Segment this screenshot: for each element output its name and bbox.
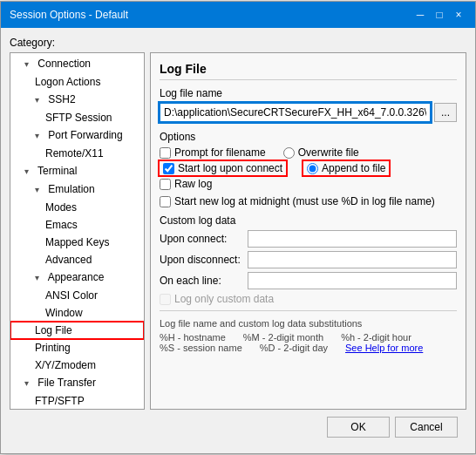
upon-connect-input[interactable] — [248, 230, 457, 248]
tree-item-logon-actions[interactable]: Logon Actions — [10, 73, 144, 91]
title-bar: Session Options - Default ─ □ × — [1, 2, 475, 28]
upon-connect-row: Upon connect: — [160, 230, 457, 248]
append-to-file-radio[interactable] — [307, 163, 318, 174]
sub1-hour: %h - 2-digit hour — [341, 332, 411, 343]
on-each-line-label: On each line: — [160, 275, 242, 287]
overwrite-file-radio[interactable] — [283, 147, 295, 159]
window-title: Session Options - Default — [10, 9, 128, 21]
prompt-for-filename-checkbox[interactable] — [160, 147, 171, 159]
midnight-checkbox[interactable] — [160, 196, 171, 207]
substitutions-section: Log file name and custom log data substi… — [160, 316, 457, 353]
maximize-button[interactable]: □ — [432, 7, 447, 23]
log-only-custom-checkbox[interactable] — [160, 294, 171, 305]
bottom-buttons: OK Cancel — [10, 410, 466, 445]
close-button[interactable]: × — [451, 7, 466, 23]
sub-row-1: %H - hostname %M - 2-digit month %h - 2-… — [160, 332, 457, 343]
midnight-label[interactable]: Start new log at midnight (must use %D i… — [160, 195, 457, 207]
tree-item-connection[interactable]: ▾ Connection — [10, 55, 144, 73]
tree-item-remote-x11[interactable]: Remote/X11 — [10, 145, 144, 162]
upon-connect-label: Upon connect: — [160, 233, 242, 245]
options-label: Options — [160, 131, 457, 143]
title-bar-controls: ─ □ × — [412, 7, 466, 23]
main-area: ▾ Connection Logon Actions ▾ SSH2 SFTP S… — [10, 52, 466, 410]
upon-disconnect-input[interactable] — [248, 251, 457, 268]
substitutions-title: Log file name and custom log data substi… — [160, 316, 457, 332]
tree-item-appearance[interactable]: ▾ Appearance — [10, 268, 144, 287]
raw-log-row: Raw log — [160, 178, 457, 190]
log-file-name-row: ... — [160, 103, 457, 122]
tree-item-ftp-sftp[interactable]: FTP/SFTP — [10, 392, 144, 410]
tree-item-emacs[interactable]: Emacs — [10, 216, 144, 234]
tree-item-ansi-color[interactable]: ANSI Color — [10, 287, 144, 304]
options-row-1: Prompt for filename Overwrite file — [160, 146, 457, 159]
divider — [160, 310, 457, 311]
custom-log-section: Custom log data Upon connect: Upon disco… — [160, 214, 457, 305]
tree-item-file-transfer[interactable]: ▾ File Transfer — [10, 374, 144, 392]
tree-item-printing[interactable]: Printing — [10, 339, 144, 357]
log-file-name-label: Log file name — [160, 87, 457, 99]
tree-item-advanced-emulation[interactable]: Advanced — [10, 251, 144, 268]
sub1-key: %H - hostname — [160, 332, 226, 343]
tree-item-log-file[interactable]: Log File — [10, 322, 144, 339]
see-help-link[interactable]: See Help for more — [345, 343, 423, 353]
session-options-dialog: Session Options - Default ─ □ × Category… — [0, 1, 476, 454]
on-each-line-input[interactable] — [248, 272, 457, 289]
ok-button[interactable]: OK — [327, 417, 390, 438]
upon-disconnect-row: Upon disconnect: — [160, 251, 457, 268]
right-panel: Log File Log file name ... Options Promp… — [150, 52, 466, 410]
section-title: Log File — [160, 62, 457, 80]
upon-disconnect-label: Upon disconnect: — [160, 254, 242, 266]
minimize-button[interactable]: ─ — [412, 7, 428, 23]
tree-item-ssh2[interactable]: ▾ SSH2 — [10, 91, 144, 109]
category-label: Category: — [10, 37, 466, 49]
prompt-for-filename-label[interactable]: Prompt for filename — [160, 146, 266, 159]
window-content: Category: ▾ Connection Logon Actions ▾ S… — [1, 28, 475, 453]
cancel-button[interactable]: Cancel — [395, 417, 458, 438]
browse-button[interactable]: ... — [434, 103, 457, 122]
start-log-upon-connect-label[interactable]: Start log upon connect — [160, 161, 286, 175]
midnight-row: Start new log at midnight (must use %D i… — [160, 195, 457, 207]
sub2-key: %S - session name — [160, 343, 242, 353]
raw-log-checkbox[interactable] — [160, 179, 171, 190]
tree-item-emulation[interactable]: ▾ Emulation — [10, 180, 144, 199]
sub-row-2: %S - session name %D - 2-digit day See H… — [160, 343, 457, 353]
raw-log-label[interactable]: Raw log — [160, 178, 457, 190]
options-group: Options Prompt for filename Overwrite fi… — [160, 131, 457, 207]
tree-item-window[interactable]: Window — [10, 304, 144, 322]
append-to-file-label[interactable]: Append to file — [303, 161, 389, 175]
category-tree[interactable]: ▾ Connection Logon Actions ▾ SSH2 SFTP S… — [10, 52, 145, 410]
log-only-custom-row: Log only custom data — [160, 293, 457, 305]
sub2-val: %D - 2-digit day — [260, 343, 328, 353]
options-row-2: Start log upon connect Append to file — [160, 161, 457, 175]
log-only-custom-label[interactable]: Log only custom data — [160, 293, 457, 305]
tree-item-port-forwarding[interactable]: ▾ Port Forwarding — [10, 126, 144, 145]
tree-item-modes[interactable]: Modes — [10, 199, 144, 216]
log-file-name-input[interactable] — [160, 103, 431, 122]
tree-item-xyz-modem[interactable]: X/Y/Zmodem — [10, 357, 144, 374]
start-log-upon-connect-checkbox[interactable] — [163, 163, 174, 174]
overwrite-file-label[interactable]: Overwrite file — [283, 146, 359, 159]
sub1-val: %M - 2-digit month — [243, 332, 323, 343]
tree-item-sftp-session[interactable]: SFTP Session — [10, 109, 144, 126]
custom-log-data-label: Custom log data — [160, 214, 457, 227]
tree-item-mapped-keys[interactable]: Mapped Keys — [10, 234, 144, 251]
on-each-line-row: On each line: — [160, 272, 457, 289]
tree-item-terminal[interactable]: ▾ Terminal — [10, 162, 144, 180]
